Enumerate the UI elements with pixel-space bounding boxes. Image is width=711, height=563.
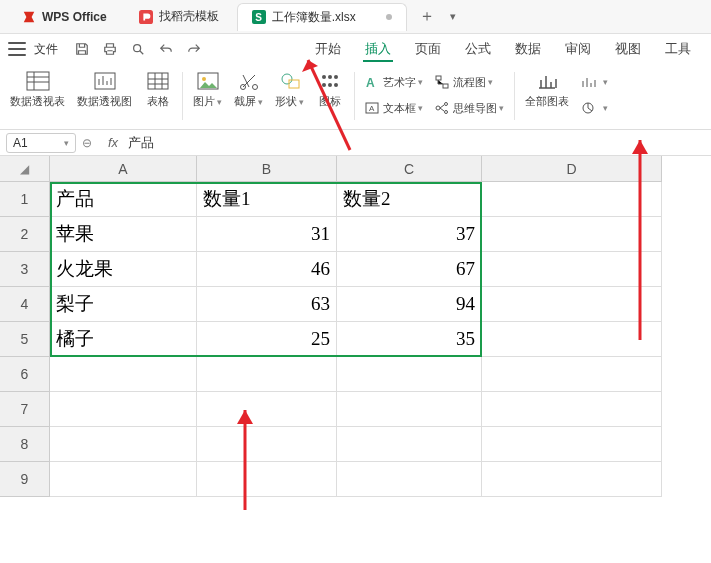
cell[interactable] (482, 427, 662, 462)
svg-point-8 (252, 85, 257, 90)
cell[interactable]: 63 (197, 287, 337, 322)
col-header-C[interactable]: C (337, 156, 482, 182)
cell[interactable]: 数量2 (337, 182, 482, 217)
select-all-corner[interactable]: ◢ (0, 156, 50, 182)
svg-point-1 (134, 45, 141, 52)
flowchart-button[interactable]: 流程图▾ (435, 70, 493, 94)
pivot-table-button[interactable]: 数据透视表 (4, 70, 71, 109)
cell[interactable] (482, 322, 662, 357)
cell[interactable] (50, 462, 197, 497)
tab-modified-indicator (386, 14, 392, 20)
cell[interactable] (197, 392, 337, 427)
redo-icon[interactable] (184, 39, 204, 59)
new-tab-button[interactable]: ＋ (417, 7, 437, 27)
cell[interactable]: 梨子 (50, 287, 197, 322)
cell[interactable] (337, 357, 482, 392)
tab-dao[interactable]: 找稻壳模板 (125, 3, 233, 31)
col-header-D[interactable]: D (482, 156, 662, 182)
file-menu[interactable]: 文件 (34, 41, 58, 58)
table-button[interactable]: 表格 (138, 70, 178, 109)
tab-insert[interactable]: 插入 (353, 34, 403, 64)
svg-point-22 (436, 106, 440, 110)
cell[interactable] (482, 217, 662, 252)
tab-page[interactable]: 页面 (403, 34, 453, 64)
col-header-A[interactable]: A (50, 156, 197, 182)
row-header[interactable]: 7 (0, 392, 50, 427)
spreadsheet-grid: ◢ A B C D 1产品数量1数量22苹果31373火龙果46674梨子639… (0, 156, 711, 563)
screenshot-button[interactable]: 截屏▾ (228, 70, 269, 109)
preview-icon[interactable] (128, 39, 148, 59)
shapes-button[interactable]: 形状▾ (269, 70, 310, 109)
textbox-button[interactable]: A文本框▾ (365, 96, 423, 120)
cell[interactable] (482, 392, 662, 427)
cell[interactable]: 产品 (50, 182, 197, 217)
row-header[interactable]: 1 (0, 182, 50, 217)
cell[interactable] (50, 427, 197, 462)
cell[interactable] (337, 427, 482, 462)
all-charts-button[interactable]: 全部图表 (519, 70, 575, 109)
dao-logo-icon (139, 10, 153, 24)
name-box[interactable]: A1▾ (6, 133, 76, 153)
cell[interactable] (197, 357, 337, 392)
tab-review[interactable]: 审阅 (553, 34, 603, 64)
pivot-chart-button[interactable]: 数据透视图 (71, 70, 138, 109)
svg-point-14 (322, 83, 326, 87)
cell[interactable] (50, 392, 197, 427)
cell[interactable]: 31 (197, 217, 337, 252)
cell[interactable] (482, 252, 662, 287)
tab-view[interactable]: 视图 (603, 34, 653, 64)
tab-menu-button[interactable]: ▾ (443, 7, 463, 27)
tab-data[interactable]: 数据 (503, 34, 553, 64)
mini-pie-button[interactable]: ▾ (581, 96, 608, 120)
cell[interactable] (482, 182, 662, 217)
print-icon[interactable] (100, 39, 120, 59)
tab-active-doc[interactable]: S 工作簿数量.xlsx (237, 3, 407, 31)
cell[interactable] (197, 462, 337, 497)
formula-value[interactable]: 产品 (128, 134, 154, 152)
col-header-B[interactable]: B (197, 156, 337, 182)
row-header[interactable]: 5 (0, 322, 50, 357)
save-icon[interactable] (72, 39, 92, 59)
cell[interactable]: 35 (337, 322, 482, 357)
cell[interactable] (197, 427, 337, 462)
cell[interactable] (337, 462, 482, 497)
cell[interactable]: 25 (197, 322, 337, 357)
mini-chart-button[interactable]: ▾ (581, 70, 608, 94)
mindmap-button[interactable]: 思维导图▾ (435, 96, 504, 120)
screenshot-icon (235, 70, 263, 92)
cell[interactable]: 苹果 (50, 217, 197, 252)
hamburger-icon[interactable] (8, 42, 26, 56)
row-header[interactable]: 4 (0, 287, 50, 322)
row-header[interactable]: 3 (0, 252, 50, 287)
wordart-icon: A (365, 75, 379, 89)
cell[interactable] (482, 287, 662, 322)
tab-wps-home[interactable]: WPS Office (8, 3, 121, 31)
cell[interactable]: 94 (337, 287, 482, 322)
row-header[interactable]: 6 (0, 357, 50, 392)
fx-icon[interactable]: fx (108, 135, 118, 150)
cell[interactable]: 46 (197, 252, 337, 287)
cell[interactable]: 数量1 (197, 182, 337, 217)
wordart-button[interactable]: A艺术字▾ (365, 70, 423, 94)
svg-text:A: A (366, 76, 375, 89)
undo-icon[interactable] (156, 39, 176, 59)
cell[interactable]: 37 (337, 217, 482, 252)
cell[interactable] (50, 357, 197, 392)
pictures-button[interactable]: 图片▾ (187, 70, 228, 109)
tab-home[interactable]: 开始 (303, 34, 353, 64)
cell[interactable]: 火龙果 (50, 252, 197, 287)
pivot-chart-icon (91, 70, 119, 92)
cell[interactable] (337, 392, 482, 427)
cell[interactable]: 67 (337, 252, 482, 287)
row-header[interactable]: 8 (0, 427, 50, 462)
tab-tools[interactable]: 工具 (653, 34, 703, 64)
cell[interactable] (482, 462, 662, 497)
icons-button[interactable]: 图标 (310, 70, 350, 109)
row-header[interactable]: 9 (0, 462, 50, 497)
row-header[interactable]: 2 (0, 217, 50, 252)
cell[interactable] (482, 357, 662, 392)
cell[interactable]: 橘子 (50, 322, 197, 357)
zoom-icon[interactable]: ⊖ (82, 136, 92, 150)
svg-point-9 (282, 74, 292, 84)
tab-formula[interactable]: 公式 (453, 34, 503, 64)
